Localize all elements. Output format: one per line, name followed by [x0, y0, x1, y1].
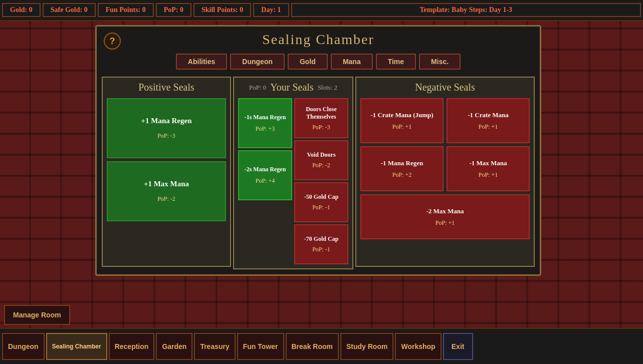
- your-seals-header: PoP: 0 Your Seals Slots: 2: [238, 82, 348, 93]
- cat-mana[interactable]: Mana: [331, 54, 373, 70]
- panel-title: Sealing Chamber: [102, 32, 535, 48]
- negative-seal-4[interactable]: -2 Max Mana PoP: +1: [360, 194, 530, 239]
- your-seals-panel: PoP: 0 Your Seals Slots: 2 -1s Mana Rege…: [233, 77, 353, 269]
- cat-abilities[interactable]: Abilities: [176, 54, 227, 70]
- cat-dungeon[interactable]: Dungeon: [230, 54, 285, 70]
- nav-break-room[interactable]: Break Room: [286, 333, 339, 360]
- negative-seal-3[interactable]: -1 Max Mana PoP: +1: [447, 146, 530, 191]
- positive-seal-0[interactable]: +1 Mana Regen PoP: -3: [107, 98, 226, 158]
- seals-area: Positive Seals +1 Mana Regen PoP: -3 +1 …: [102, 77, 535, 269]
- template-stat: Template: Baby Steps: Day 1-3: [291, 3, 641, 17]
- safe-gold-stat: Safe Gold: 0: [43, 3, 96, 17]
- cat-gold[interactable]: Gold: [288, 54, 328, 70]
- nav-exit[interactable]: Exit: [443, 333, 473, 360]
- nav-sealing-chamber[interactable]: Sealing Chamber: [46, 333, 107, 360]
- help-button[interactable]: ?: [104, 33, 121, 50]
- cat-time[interactable]: Time: [376, 54, 416, 70]
- pop-stat: PoP: 0: [156, 3, 191, 17]
- negative-seal-2[interactable]: -1 Mana Regen PoP: +2: [360, 146, 444, 191]
- cat-misc[interactable]: Misc.: [419, 54, 461, 70]
- nav-fun-tower[interactable]: Fun Tower: [237, 333, 284, 360]
- your-seal-right-0[interactable]: Doors Close Themselves PoP: -3: [294, 98, 348, 138]
- your-seal-right-1[interactable]: Void Doors PoP: -2: [294, 140, 348, 180]
- nav-garden[interactable]: Garden: [156, 333, 192, 360]
- negative-seal-0[interactable]: -1 Crate Mana (Jump) PoP: +1: [360, 98, 444, 143]
- nav-dungeon[interactable]: Dungeon: [2, 333, 45, 360]
- negative-seals-panel: Negative Seals -1 Crate Mana (Jump) PoP:…: [355, 77, 535, 267]
- your-seal-right-2[interactable]: -50 Gold Cap PoP: -1: [294, 182, 348, 222]
- negative-seal-1[interactable]: -1 Crate Mana PoP: +1: [447, 98, 530, 143]
- your-seals-columns: -1s Mana Regen PoP: +3 -2s Mana Regen Po…: [238, 98, 348, 264]
- fun-points-stat: Fun Points: 0: [98, 3, 154, 17]
- your-seal-right-3[interactable]: -70 Gold Cap PoP: -1: [294, 224, 348, 264]
- skill-points-stat: Skill Points: 0: [193, 3, 251, 17]
- your-seal-left-1[interactable]: -2s Mana Regen PoP: +4: [238, 150, 292, 200]
- positive-seals-panel: Positive Seals +1 Mana Regen PoP: -3 +1 …: [102, 77, 231, 267]
- nav-workshop[interactable]: Workshop: [395, 333, 441, 360]
- your-seals-left: -1s Mana Regen PoP: +3 -2s Mana Regen Po…: [238, 98, 292, 264]
- category-buttons: Abilities Dungeon Gold Mana Time Misc.: [102, 54, 535, 70]
- negative-seals-title: Negative Seals: [360, 82, 530, 93]
- nav-reception[interactable]: Reception: [109, 333, 155, 360]
- nav-study-room[interactable]: Study Room: [340, 333, 393, 360]
- your-seals-right: Doors Close Themselves PoP: -3 Void Door…: [294, 98, 348, 264]
- main-panel: ? Sealing Chamber Abilities Dungeon Gold…: [95, 25, 541, 276]
- positive-seal-1[interactable]: +1 Max Mana PoP: -2: [107, 161, 226, 221]
- positive-seals-title: Positive Seals: [107, 82, 226, 93]
- bottom-bar: Dungeon Sealing Chamber Reception Garden…: [0, 328, 643, 364]
- day-stat: Day: 1: [253, 3, 289, 17]
- top-bar: Gold: 0 Safe Gold: 0 Fun Points: 0 PoP: …: [0, 0, 643, 21]
- manage-room-button[interactable]: Manage Room: [4, 305, 70, 325]
- gold-stat: Gold: 0: [2, 3, 41, 17]
- nav-treasury[interactable]: Treasury: [194, 333, 235, 360]
- your-seal-left-0[interactable]: -1s Mana Regen PoP: +3: [238, 98, 292, 148]
- negative-seals-grid: -1 Crate Mana (Jump) PoP: +1 -1 Crate Ma…: [360, 98, 530, 239]
